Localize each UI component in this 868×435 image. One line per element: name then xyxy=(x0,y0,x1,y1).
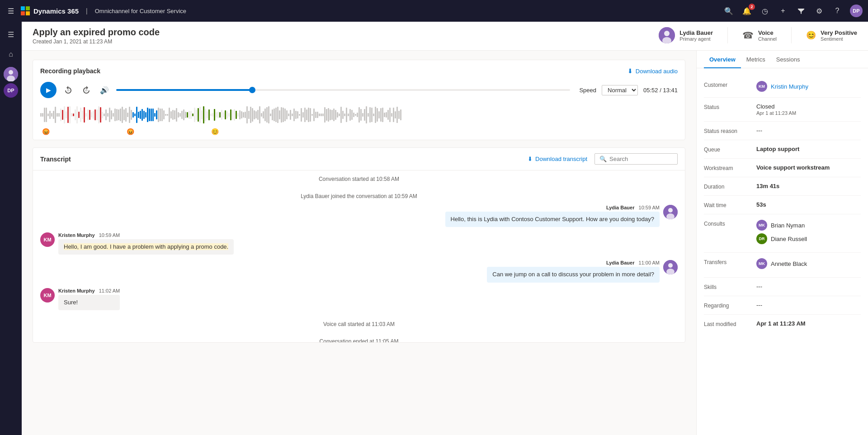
customer-msg-meta-2: Kristen Murphy 11:02 AM xyxy=(58,288,120,293)
detail-label-duration: Duration xyxy=(704,183,749,190)
system-msg-end: Conversation ended at 11:05 AM xyxy=(40,333,678,342)
transcript-body: Conversation started at 10:58 AM Lydia B… xyxy=(33,170,685,342)
sentiment-sublabel: Sentiment xyxy=(821,36,857,42)
chat-message-agent-2: Lydia Bauer 11:00 AM Can we jump on a ca… xyxy=(40,260,678,282)
tabs-row: Overview Metrics Sessions xyxy=(697,51,868,68)
svg-point-13 xyxy=(668,208,673,213)
transfer-link-annette[interactable]: Annette Black xyxy=(771,260,807,267)
help-icon[interactable]: ? xyxy=(832,5,843,16)
transcript-search-input[interactable] xyxy=(609,156,673,162)
side-dp-icon[interactable]: DP xyxy=(4,83,18,98)
download-transcript-icon: ⬇ xyxy=(528,156,533,162)
consult-avatar-diane: DR xyxy=(756,233,767,244)
side-user-avatar[interactable] xyxy=(4,67,18,81)
settings-icon[interactable]: ⚙ xyxy=(814,5,825,16)
left-panel: Recording playback ⬇ Download audio ▶ 10… xyxy=(22,51,696,435)
svg-text:10: 10 xyxy=(67,89,70,92)
transcript-title: Transcript xyxy=(40,156,71,163)
add-icon[interactable]: + xyxy=(778,5,788,16)
page-header: Apply an expired promo code Created Jan … xyxy=(22,22,868,51)
user-avatar[interactable]: DP xyxy=(850,5,863,17)
agent-avatar xyxy=(659,27,675,43)
detail-label-last-modified: Last modified xyxy=(704,320,749,327)
forward-10-button[interactable]: 10 xyxy=(80,84,93,96)
detail-transfers: Transfers MK Annette Black xyxy=(704,253,861,278)
header-sentiment-info: 😊 Very Positive Sentiment xyxy=(806,29,857,42)
detail-value-duration: 13m 41s xyxy=(756,183,779,189)
play-button[interactable]: ▶ xyxy=(40,82,57,98)
tab-metrics[interactable]: Metrics xyxy=(741,51,771,68)
transcript-header: Transcript ⬇ Download transcript 🔍 xyxy=(33,148,685,170)
side-agent-avatar-icon xyxy=(4,67,18,81)
customer-avatar-icon: KM xyxy=(756,81,767,92)
search-nav-icon[interactable]: 🔍 xyxy=(723,5,734,16)
side-home-icon[interactable]: ⌂ xyxy=(2,45,20,63)
agent-msg-content-2: Lydia Bauer 11:00 AM Can we jump on a ca… xyxy=(487,260,660,282)
detail-label-transfers: Transfers xyxy=(704,258,749,265)
detail-label-status-reason: Status reason xyxy=(704,127,749,134)
detail-duration: Duration 13m 41s xyxy=(704,177,861,196)
svg-point-16 xyxy=(668,263,673,268)
detail-value-status: Closed Apr 1 at 11:23 AM xyxy=(756,103,796,116)
customer-msg-content-1: Kristen Murphy 10:59 AM Hello, I am good… xyxy=(58,232,234,255)
download-audio-link[interactable]: ⬇ Download audio xyxy=(627,67,678,75)
header-agent-info: Lydia Bauer Primary agent xyxy=(659,27,713,43)
detail-customer: Customer KM Kristin Murphy xyxy=(704,76,861,98)
tab-sessions[interactable]: Sessions xyxy=(771,51,806,68)
agent-msg-bubble-1: Hello, this is Lydia with Contoso Custom… xyxy=(445,212,660,227)
detail-workstream: Workstream Voice support workstream xyxy=(704,159,861,177)
waveform-container[interactable]: 😡 😡 😊 xyxy=(40,104,678,131)
filter-icon[interactable] xyxy=(796,5,807,16)
svg-rect-0 xyxy=(21,6,25,10)
volume-button[interactable]: 🔊 xyxy=(98,84,111,96)
sentiment-icon: 😊 xyxy=(806,30,816,40)
header-channel-info: ☎ Voice Channel xyxy=(742,29,777,42)
tab-overview[interactable]: Overview xyxy=(704,51,741,68)
progress-track[interactable] xyxy=(116,89,570,91)
detail-value-last-modified: Apr 1 at 11:23 AM xyxy=(756,320,806,327)
svg-point-5 xyxy=(9,70,13,75)
highlight-text: Hello, I am good. I have a problem with … xyxy=(64,243,228,250)
system-msg-join: Lydia Bauer joined the conversation at 1… xyxy=(40,188,678,205)
page-subtitle: Created Jan 1, 2021 at 11:23 AM xyxy=(33,38,160,50)
detail-value-customer: KM Kristin Murphy xyxy=(756,81,808,92)
detail-label-consults: Consults xyxy=(704,220,749,227)
emotion-marker-negative2: 😡 xyxy=(127,128,134,135)
phone-icon: ☎ xyxy=(742,30,754,41)
sentiment-label: Very Positive xyxy=(821,29,857,36)
transcript-section: Transcript ⬇ Download transcript 🔍 Conve xyxy=(33,147,685,343)
rewind-10-button[interactable]: 10 xyxy=(62,84,75,96)
nav-separator: | xyxy=(86,7,88,14)
dynamics-logo-icon xyxy=(21,6,30,15)
customer-link[interactable]: Kristin Murphy xyxy=(771,83,808,90)
detail-value-regarding: --- xyxy=(756,302,762,308)
top-navigation: ☰ Dynamics 365 | Omnichannel for Custome… xyxy=(0,0,868,22)
consult-link-brian[interactable]: Brian Nyman xyxy=(771,222,805,229)
transcript-search-box[interactable]: 🔍 xyxy=(594,153,678,165)
chat-message-agent-1: Lydia Bauer 10:59 AM Hello, this is Lydi… xyxy=(40,205,678,227)
detail-label-wait-time: Wait time xyxy=(704,201,749,208)
customer-msg-bubble-1: Hello, I am good. I have a problem with … xyxy=(58,239,234,255)
progress-thumb xyxy=(249,87,255,93)
side-menu-icon[interactable]: ☰ xyxy=(2,25,20,43)
speed-select[interactable]: Normal 0.5x 0.75x 1.25x 1.5x 2x xyxy=(602,85,638,95)
svg-rect-1 xyxy=(26,6,30,10)
download-audio-icon: ⬇ xyxy=(627,67,633,75)
detail-skills: Skills --- xyxy=(704,278,861,296)
progress-fill xyxy=(116,89,252,91)
consult-link-diane[interactable]: Diane Russell xyxy=(771,236,807,242)
detail-value-wait-time: 53s xyxy=(756,201,766,208)
customer-msg-avatar-2: KM xyxy=(40,288,55,303)
customer-msg-content-2: Kristen Murphy 11:02 AM Sure! xyxy=(58,288,120,310)
detail-value-skills: --- xyxy=(756,283,762,290)
clock-icon[interactable]: ◷ xyxy=(760,5,770,16)
hamburger-icon[interactable]: ☰ xyxy=(5,5,16,16)
detail-label-regarding: Regarding xyxy=(704,302,749,309)
app-name: Omnichannel for Customer Service xyxy=(95,8,186,14)
detail-label-queue: Queue xyxy=(704,146,749,153)
time-display: 05:52 / 13:41 xyxy=(643,87,678,94)
channel-label: Voice xyxy=(758,29,777,36)
download-transcript-link[interactable]: ⬇ Download transcript xyxy=(528,156,587,162)
transfer-avatar-annette: MK xyxy=(756,258,767,269)
page-title: Apply an expired promo code xyxy=(33,27,160,38)
